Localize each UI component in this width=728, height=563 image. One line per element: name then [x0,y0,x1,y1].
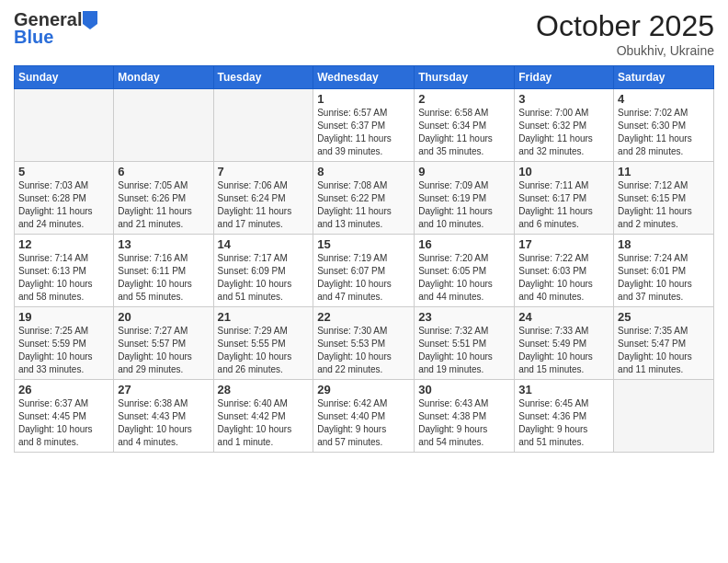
table-row: 29Sunrise: 6:42 AM Sunset: 4:40 PM Dayli… [313,380,415,453]
table-row: 4Sunrise: 7:02 AM Sunset: 6:30 PM Daylig… [614,89,714,162]
table-row: 20Sunrise: 7:27 AM Sunset: 5:57 PM Dayli… [114,307,213,380]
day-number: 22 [317,310,410,324]
day-number: 13 [118,237,209,251]
table-row [114,89,213,162]
day-info: Sunrise: 7:02 AM Sunset: 6:30 PM Dayligh… [618,107,710,158]
day-info: Sunrise: 6:57 AM Sunset: 6:37 PM Dayligh… [317,107,410,158]
day-number: 10 [518,165,609,178]
day-number: 25 [618,310,710,324]
table-row: 17Sunrise: 7:22 AM Sunset: 6:03 PM Dayli… [515,235,614,307]
day-number: 14 [218,237,310,251]
logo-icon [83,11,97,29]
day-info: Sunrise: 6:38 AM Sunset: 4:43 PM Dayligh… [118,397,209,449]
day-number: 30 [418,383,510,396]
table-row: 10Sunrise: 7:11 AM Sunset: 6:17 PM Dayli… [515,162,614,235]
logo: General Blue [14,9,97,48]
day-info: Sunrise: 6:42 AM Sunset: 4:40 PM Dayligh… [317,397,410,449]
day-number: 21 [218,310,310,324]
day-info: Sunrise: 7:05 AM Sunset: 6:26 PM Dayligh… [118,179,209,231]
day-number: 20 [118,310,209,324]
day-info: Sunrise: 7:08 AM Sunset: 6:22 PM Dayligh… [317,179,410,231]
table-row: 24Sunrise: 7:33 AM Sunset: 5:49 PM Dayli… [515,307,614,380]
day-info: Sunrise: 7:03 AM Sunset: 6:28 PM Dayligh… [18,179,109,231]
day-info: Sunrise: 7:06 AM Sunset: 6:24 PM Dayligh… [218,179,310,231]
day-info: Sunrise: 6:37 AM Sunset: 4:45 PM Dayligh… [18,397,109,449]
calendar-week-row: 26Sunrise: 6:37 AM Sunset: 4:45 PM Dayli… [15,380,714,453]
day-number: 19 [18,310,109,324]
day-number: 28 [218,383,310,396]
day-info: Sunrise: 7:27 AM Sunset: 5:57 PM Dayligh… [118,325,209,376]
header-monday: Monday [114,66,213,89]
table-row: 12Sunrise: 7:14 AM Sunset: 6:13 PM Dayli… [15,235,114,307]
calendar-header-row: Sunday Monday Tuesday Wednesday Thursday… [15,66,714,89]
day-number: 27 [118,383,209,396]
table-row: 27Sunrise: 6:38 AM Sunset: 4:43 PM Dayli… [114,380,213,453]
day-number: 23 [418,310,510,324]
table-row [15,89,114,162]
day-number: 7 [218,165,310,178]
table-row: 30Sunrise: 6:43 AM Sunset: 4:38 PM Dayli… [415,380,515,453]
day-number: 15 [317,237,410,251]
day-info: Sunrise: 6:40 AM Sunset: 4:42 PM Dayligh… [218,397,310,449]
day-info: Sunrise: 6:58 AM Sunset: 6:34 PM Dayligh… [418,107,510,158]
day-number: 16 [418,237,510,251]
table-row: 7Sunrise: 7:06 AM Sunset: 6:24 PM Daylig… [213,162,313,235]
table-row: 23Sunrise: 7:32 AM Sunset: 5:51 PM Dayli… [415,307,515,380]
day-number: 9 [418,165,510,178]
title-block: October 2025 Obukhiv, Ukraine [536,9,714,58]
calendar-table: Sunday Monday Tuesday Wednesday Thursday… [14,65,714,453]
day-number: 6 [118,165,209,178]
day-number: 12 [18,237,109,251]
month-title: October 2025 [536,9,714,43]
day-number: 18 [618,237,710,251]
table-row: 8Sunrise: 7:08 AM Sunset: 6:22 PM Daylig… [313,162,415,235]
header-wednesday: Wednesday [313,66,415,89]
day-number: 24 [518,310,609,324]
day-info: Sunrise: 7:19 AM Sunset: 6:07 PM Dayligh… [317,252,410,304]
day-number: 29 [317,383,410,396]
day-number: 5 [18,165,109,178]
day-number: 26 [18,383,109,396]
day-number: 11 [618,165,710,178]
table-row: 14Sunrise: 7:17 AM Sunset: 6:09 PM Dayli… [213,235,313,307]
day-number: 8 [317,165,410,178]
table-row: 1Sunrise: 6:57 AM Sunset: 6:37 PM Daylig… [313,89,415,162]
day-info: Sunrise: 7:17 AM Sunset: 6:09 PM Dayligh… [218,252,310,304]
day-number: 2 [418,92,510,106]
header-tuesday: Tuesday [213,66,313,89]
day-info: Sunrise: 7:35 AM Sunset: 5:47 PM Dayligh… [618,325,710,376]
calendar-week-row: 19Sunrise: 7:25 AM Sunset: 5:59 PM Dayli… [15,307,714,380]
day-info: Sunrise: 7:12 AM Sunset: 6:15 PM Dayligh… [618,179,710,231]
table-row: 9Sunrise: 7:09 AM Sunset: 6:19 PM Daylig… [415,162,515,235]
table-row: 19Sunrise: 7:25 AM Sunset: 5:59 PM Dayli… [15,307,114,380]
table-row: 2Sunrise: 6:58 AM Sunset: 6:34 PM Daylig… [415,89,515,162]
table-row: 25Sunrise: 7:35 AM Sunset: 5:47 PM Dayli… [614,307,714,380]
day-info: Sunrise: 7:09 AM Sunset: 6:19 PM Dayligh… [418,179,510,231]
table-row: 22Sunrise: 7:30 AM Sunset: 5:53 PM Dayli… [313,307,415,380]
calendar-week-row: 5Sunrise: 7:03 AM Sunset: 6:28 PM Daylig… [15,162,714,235]
day-info: Sunrise: 7:30 AM Sunset: 5:53 PM Dayligh… [317,325,410,376]
day-number: 3 [518,92,609,106]
day-info: Sunrise: 7:14 AM Sunset: 6:13 PM Dayligh… [18,252,109,304]
header-thursday: Thursday [415,66,515,89]
subtitle: Obukhiv, Ukraine [536,43,714,58]
header-friday: Friday [515,66,614,89]
day-number: 31 [518,383,609,396]
table-row: 5Sunrise: 7:03 AM Sunset: 6:28 PM Daylig… [15,162,114,235]
table-row: 13Sunrise: 7:16 AM Sunset: 6:11 PM Dayli… [114,235,213,307]
day-number: 4 [618,92,710,106]
table-row: 28Sunrise: 6:40 AM Sunset: 4:42 PM Dayli… [213,380,313,453]
day-info: Sunrise: 6:45 AM Sunset: 4:36 PM Dayligh… [518,397,609,449]
day-info: Sunrise: 7:33 AM Sunset: 5:49 PM Dayligh… [518,325,609,376]
svg-marker-0 [83,11,97,29]
calendar-week-row: 1Sunrise: 6:57 AM Sunset: 6:37 PM Daylig… [15,89,714,162]
day-number: 1 [317,92,410,106]
day-info: Sunrise: 7:32 AM Sunset: 5:51 PM Dayligh… [418,325,510,376]
table-row: 26Sunrise: 6:37 AM Sunset: 4:45 PM Dayli… [15,380,114,453]
table-row: 18Sunrise: 7:24 AM Sunset: 6:01 PM Dayli… [614,235,714,307]
header-saturday: Saturday [614,66,714,89]
day-info: Sunrise: 7:25 AM Sunset: 5:59 PM Dayligh… [18,325,109,376]
day-info: Sunrise: 7:24 AM Sunset: 6:01 PM Dayligh… [618,252,710,304]
calendar-week-row: 12Sunrise: 7:14 AM Sunset: 6:13 PM Dayli… [15,235,714,307]
table-row [614,380,714,453]
